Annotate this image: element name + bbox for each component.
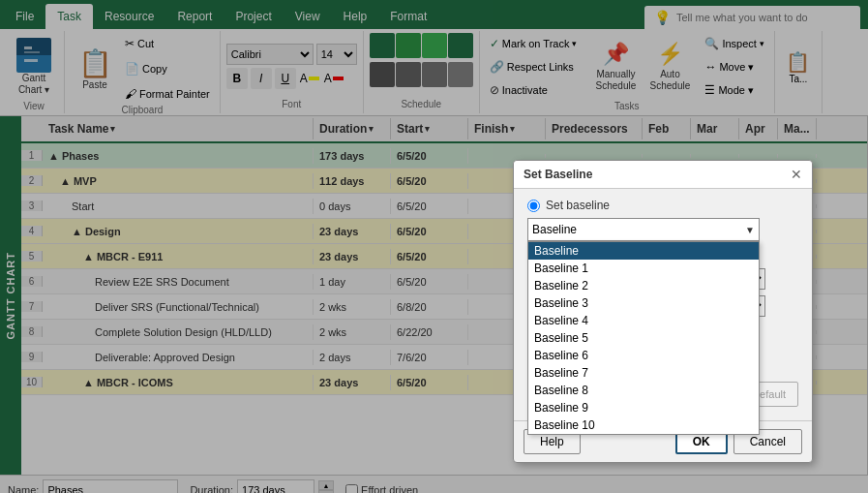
baseline-option-7[interactable]: Baseline 7 <box>528 364 759 382</box>
baseline-option-10[interactable]: Baseline 10 <box>528 416 759 434</box>
baseline-option-0[interactable]: Baseline <box>528 242 759 260</box>
baseline-option-2[interactable]: Baseline 2 <box>528 277 759 294</box>
baseline-option-6[interactable]: Baseline 6 <box>528 347 759 364</box>
dialog-overlay: Set Baseline ✕ Set baseline Baseline ▼ B… <box>0 0 868 493</box>
set-baseline-dialog: Set Baseline ✕ Set baseline Baseline ▼ B… <box>513 160 813 463</box>
baseline-option-4[interactable]: Baseline 4 <box>528 312 759 329</box>
baseline-dropdown-trigger[interactable]: Baseline ▼ <box>527 218 760 241</box>
dialog-body: Set baseline Baseline ▼ Baseline Baselin… <box>514 189 812 420</box>
baseline-dropdown-wrap: Baseline ▼ Baseline Baseline 1 Baseline … <box>527 218 798 241</box>
set-baseline-radio-label: Set baseline <box>546 199 610 212</box>
baseline-option-1[interactable]: Baseline 1 <box>528 260 759 277</box>
set-baseline-radio[interactable] <box>527 200 540 212</box>
baseline-selected-value: Baseline <box>532 223 577 236</box>
baseline-option-5[interactable]: Baseline 5 <box>528 329 759 347</box>
dialog-close-button[interactable]: ✕ <box>791 167 802 182</box>
baseline-option-3[interactable]: Baseline 3 <box>528 294 759 312</box>
set-baseline-radio-row: Set baseline <box>527 199 798 212</box>
baseline-dropdown-list: Baseline Baseline 1 Baseline 2 Baseline … <box>527 241 760 435</box>
dropdown-arrow-icon: ▼ <box>745 225 755 235</box>
dialog-title: Set Baseline <box>524 168 592 181</box>
baseline-option-9[interactable]: Baseline 9 <box>528 399 759 416</box>
baseline-option-8[interactable]: Baseline 8 <box>528 382 759 399</box>
dialog-title-bar: Set Baseline ✕ <box>514 161 812 189</box>
